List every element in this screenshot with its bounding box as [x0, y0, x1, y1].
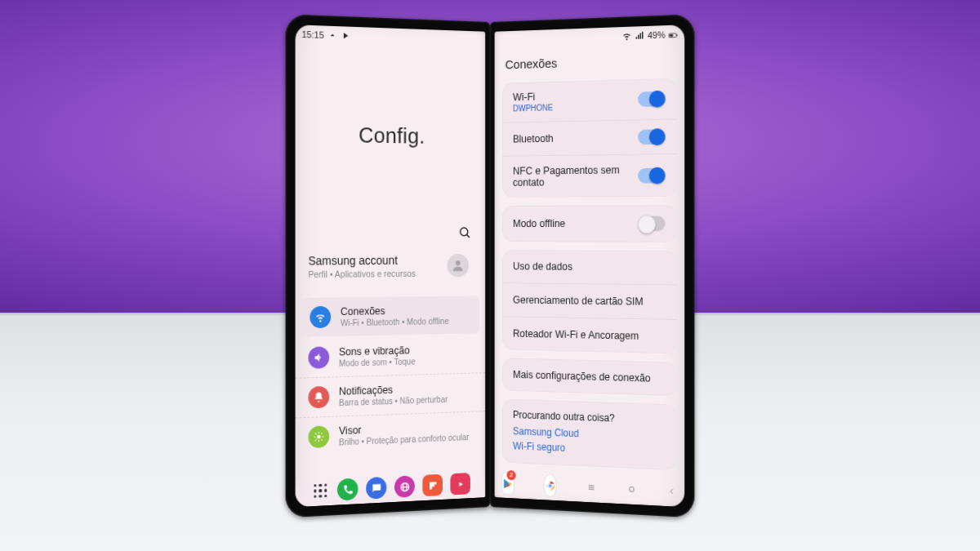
bluetooth-toggle[interactable]: [638, 129, 665, 144]
nfc-toggle[interactable]: [638, 168, 665, 184]
account-subtitle: Perfil • Aplicativos e recursos: [308, 268, 439, 279]
more-settings-row[interactable]: Mais configurações de conexão: [502, 358, 677, 396]
svg-line-8: [315, 433, 316, 434]
category-subtitle: Wi-Fi • Bluetooth • Modo offline: [341, 317, 449, 328]
data-usage-row[interactable]: Uso de dados: [502, 250, 677, 285]
looking-for-card: Procurando outra coisa? Samsung Cloud Wi…: [502, 398, 677, 470]
looking-prompt: Procurando outra coisa?: [513, 409, 666, 426]
nfc-row[interactable]: NFC e Pagamentos sem contato: [502, 154, 677, 198]
row-subtitle: DWPHONE: [513, 101, 638, 113]
wifi-toggle[interactable]: [638, 91, 665, 107]
row-title: Uso de dados: [513, 260, 666, 273]
hotspot-row[interactable]: Roteador Wi-Fi e Ancoragem: [502, 317, 677, 353]
search-icon[interactable]: [458, 225, 472, 240]
category-title: Sons e vibração: [339, 344, 416, 358]
category-connections[interactable]: Conexões Wi-Fi • Bluetooth • Modo offlin…: [302, 295, 479, 337]
row-title: Bluetooth: [513, 131, 638, 145]
airplane-mode-row[interactable]: Modo offline: [502, 205, 677, 242]
battery-percent: 49%: [648, 29, 666, 40]
sound-icon: [308, 346, 329, 368]
wifi-status-icon: [622, 31, 632, 42]
links-card: Uso de dados Gerenciamento de cartão SIM…: [502, 250, 677, 353]
toggles-card: Wi-Fi DWPHONE Bluetooth NFC e Pagamentos…: [502, 78, 677, 198]
signal-status-icon: [635, 30, 644, 41]
row-title: Mais configurações de conexão: [513, 369, 666, 385]
category-sounds[interactable]: Sons e vibração Modo de som • Toque: [296, 335, 486, 379]
battery-status-icon: [669, 29, 679, 40]
svg-line-10: [315, 440, 316, 441]
settings-category-list: Conexões Wi-Fi • Bluetooth • Modo offlin…: [296, 289, 486, 457]
svg-point-2: [456, 260, 461, 265]
row-title: Modo offline: [513, 218, 638, 229]
category-subtitle: Modo de som • Toque: [339, 357, 416, 368]
secure-wifi-link[interactable]: Wi-Fi seguro: [513, 440, 666, 458]
detail-heading: Conexões: [495, 43, 685, 83]
avatar-icon: [448, 254, 469, 277]
wifi-icon: [310, 306, 331, 328]
svg-line-1: [467, 234, 470, 238]
account-title: Samsung account: [308, 253, 439, 267]
status-misc-icon: [327, 30, 337, 41]
category-display[interactable]: Visor Brilho • Proteção para conforto oc…: [296, 411, 486, 457]
airplane-mode-toggle[interactable]: [638, 216, 665, 232]
page-title: Config.: [359, 122, 425, 149]
svg-point-3: [317, 435, 321, 439]
row-title: Gerenciamento de cartão SIM: [513, 294, 666, 308]
status-time: 15:15: [302, 29, 324, 40]
samsung-account-row[interactable]: Samsung account Perfil • Aplicativos e r…: [296, 247, 486, 291]
foldable-phone: 15:15 Config.: [278, 22, 702, 507]
sim-management-row[interactable]: Gerenciamento de cartão SIM: [502, 283, 677, 320]
svg-line-9: [322, 439, 323, 440]
category-title: Conexões: [341, 304, 449, 318]
row-title: NFC e Pagamentos sem contato: [513, 164, 638, 189]
offline-card: Modo offline: [502, 205, 677, 242]
svg-line-11: [322, 433, 323, 433]
bluetooth-row[interactable]: Bluetooth: [502, 120, 677, 157]
more-settings-card: Mais configurações de conexão: [502, 358, 677, 396]
status-play-icon: [340, 30, 350, 41]
bell-icon: [308, 386, 329, 409]
sun-icon: [308, 425, 329, 448]
svg-point-0: [461, 228, 468, 236]
row-title: Roteador Wi-Fi e Ancoragem: [513, 328, 666, 343]
svg-rect-19: [670, 33, 673, 36]
wifi-row[interactable]: Wi-Fi DWPHONE: [502, 78, 677, 123]
category-notifications[interactable]: Notificações Barra de status • Não pertu…: [296, 373, 486, 418]
svg-rect-20: [677, 34, 678, 36]
